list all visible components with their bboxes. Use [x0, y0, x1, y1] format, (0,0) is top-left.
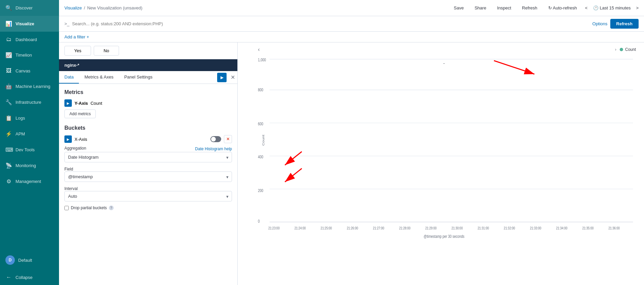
sidebar-item-canvas[interactable]: 🖼 Canvas	[0, 63, 59, 78]
no-button[interactable]: No	[94, 46, 119, 56]
sidebar-item-monitoring[interactable]: 📡 Monitoring	[0, 158, 59, 173]
breadcrumb-parent[interactable]: Visualize	[64, 5, 82, 10]
svg-text:21:28:00: 21:28:00	[399, 226, 411, 230]
svg-text:21:27:00: 21:27:00	[373, 226, 384, 230]
aggregation-help-link[interactable]: Date Histogram help	[195, 147, 232, 151]
remove-bucket-button[interactable]: ✕	[224, 135, 232, 143]
metric-yaxis-label: Y-Axis Count	[75, 101, 102, 106]
management-icon: ⚙	[5, 178, 12, 185]
add-metrics-button[interactable]: Add metrics	[64, 109, 96, 118]
breadcrumb-separator: /	[84, 5, 85, 10]
time-picker[interactable]: 🕐 Last 15 minutes	[593, 5, 631, 10]
sidebar-item-apm[interactable]: ⚡ APM	[0, 126, 59, 142]
search-input[interactable]	[72, 21, 590, 26]
dashboard-icon: 🗂	[5, 36, 12, 42]
play-button[interactable]: ▶	[217, 73, 227, 82]
top-bar: Visualize / New Visualization (unsaved) …	[59, 0, 644, 16]
sidebar-item-dashboard[interactable]: 🗂 Dashboard	[0, 32, 59, 47]
drop-partial-label[interactable]: Drop partial buckets	[71, 205, 107, 210]
buckets-section-title: Buckets	[64, 125, 232, 131]
field-group: Field @timestamp @version agent	[64, 166, 232, 182]
sidebar-item-visualize[interactable]: 📊 Visualize	[0, 16, 59, 32]
sidebar-item-user[interactable]: D Default	[0, 251, 59, 270]
ml-icon: 🤖	[5, 83, 12, 90]
tab-actions: ▶ ✕	[217, 73, 237, 82]
svg-text:21:29:00: 21:29:00	[425, 226, 437, 230]
sidebar-item-label: Visualize	[16, 21, 34, 26]
svg-text:21:34:00: 21:34:00	[556, 226, 567, 230]
time-prev-icon[interactable]: <	[585, 5, 588, 10]
interval-select[interactable]: Auto Millisecond Second Minute Hourly	[64, 191, 232, 201]
drop-partial-checkbox[interactable]	[64, 206, 69, 210]
field-select[interactable]: @timestamp @version agent	[64, 171, 232, 182]
sidebar-item-devtools[interactable]: ⌨ Dev Tools	[0, 142, 59, 158]
sidebar-item-label: Logs	[16, 116, 25, 121]
canvas-icon: 🖼	[5, 68, 12, 74]
sidebar-item-label: Management	[16, 179, 41, 184]
filter-bar: Add a filter +	[59, 32, 644, 42]
sidebar-item-label: Dashboard	[16, 37, 37, 42]
yes-button[interactable]: Yes	[64, 46, 91, 56]
y-tick-200: 200	[258, 188, 263, 193]
collapse-label: Collapse	[16, 275, 33, 280]
tab-data[interactable]: Data	[59, 71, 79, 84]
inspect-button[interactable]: Inspect	[494, 4, 514, 12]
bucket-expand-button[interactable]: ▶	[64, 135, 72, 143]
legend-label: Count	[625, 47, 636, 52]
time-next-icon[interactable]: >	[636, 5, 639, 10]
save-button[interactable]: Save	[451, 4, 467, 12]
sidebar-item-collapse[interactable]: ← Collapse	[0, 270, 59, 285]
index-pattern: nginx-*	[64, 63, 79, 68]
sidebar-item-timelion[interactable]: 📈 Timelion	[0, 47, 59, 63]
visualization-tabs: Data Metrics & Axes Panel Settings ▶ ✕	[59, 71, 237, 84]
top-bar-actions: Save Share Inspect Refresh ↻ Auto-refres…	[451, 4, 639, 12]
sidebar-item-label: Timelion	[16, 53, 32, 58]
breadcrumb: Visualize / New Visualization (unsaved)	[64, 5, 448, 10]
refresh-icon: ↻	[548, 5, 552, 10]
aggregation-select[interactable]: Date Histogram Histogram Range Date Rang…	[64, 152, 232, 162]
sidebar-item-label: Canvas	[16, 68, 30, 73]
timelion-icon: 📈	[5, 52, 12, 58]
svg-text:21:33:00: 21:33:00	[530, 226, 541, 230]
aggregation-group: Aggregation Date Histogram help Date His…	[64, 146, 232, 162]
add-filter-button[interactable]: Add a filter +	[64, 34, 89, 39]
aggregation-label-row: Aggregation Date Histogram help	[64, 146, 232, 152]
share-button[interactable]: Share	[472, 4, 489, 12]
sidebar-item-logs[interactable]: 📋 Logs	[0, 110, 59, 126]
svg-text:21:24:00: 21:24:00	[294, 226, 306, 230]
visibility-toggle[interactable]	[210, 136, 221, 142]
apm-icon: ⚡	[5, 131, 12, 137]
infrastructure-icon: 🔧	[5, 99, 12, 105]
interval-label: Interval	[64, 186, 78, 191]
metric-expand-button[interactable]: ▶	[64, 99, 72, 107]
help-icon[interactable]: ?	[109, 205, 114, 210]
sidebar-item-label: Infrastructure	[16, 100, 41, 105]
sidebar-item-discover[interactable]: 🔍 Discover	[0, 0, 59, 16]
sidebar-item-ml[interactable]: 🤖 Machine Learning	[0, 78, 59, 94]
sidebar: 🔍 Discover 📊 Visualize 🗂 Dashboard 📈 Tim…	[0, 0, 59, 285]
metrics-section-title: Metrics	[64, 89, 232, 95]
discover-icon: 🔍	[5, 5, 12, 11]
legend-next-icon[interactable]: ›	[615, 47, 616, 52]
tab-metrics-axes[interactable]: Metrics & Axes	[79, 71, 119, 84]
sidebar-item-infrastructure[interactable]: 🔧 Infrastructure	[0, 94, 59, 110]
search-refresh-button[interactable]: Refresh	[610, 19, 639, 29]
auto-refresh-button[interactable]: ↻ Auto-refresh	[546, 4, 580, 12]
chart-legend: › Count	[615, 47, 636, 52]
sidebar-item-management[interactable]: ⚙ Management	[0, 173, 59, 189]
chart-svg-wrap: 1,000 800 600 400 200 0 Count	[258, 54, 636, 272]
tab-panel-settings[interactable]: Panel Settings	[119, 71, 158, 84]
close-button[interactable]: ✕	[228, 73, 237, 82]
svg-text:21:32:00: 21:32:00	[504, 226, 515, 230]
svg-text:21:35:00: 21:35:00	[582, 226, 594, 230]
svg-text:21:25:00: 21:25:00	[321, 226, 332, 230]
refresh-button[interactable]: Refresh	[519, 4, 540, 12]
options-button[interactable]: Options	[592, 21, 608, 26]
avatar: D	[5, 255, 15, 265]
toggle-knob	[211, 137, 216, 141]
y-axis-label: Count	[261, 135, 265, 146]
chart-prev-icon[interactable]: ‹	[258, 46, 260, 53]
visualize-icon: 📊	[5, 21, 12, 27]
sidebar-item-label: Dev Tools	[16, 147, 35, 152]
y-tick-400: 400	[258, 154, 263, 159]
